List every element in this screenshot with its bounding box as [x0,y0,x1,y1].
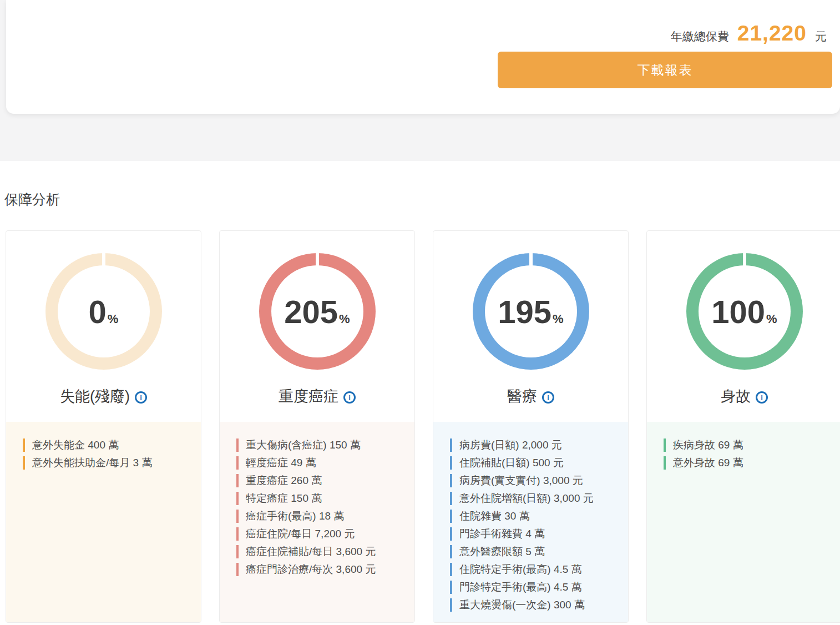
benefit-text: 意外醫療限額 5 萬 [459,545,545,559]
benefit-bullet-bar [450,527,452,541]
donut-hole: 0 % [58,265,150,357]
benefit-bullet-bar [450,474,452,487]
benefit-text: 病房費(實支實付) 3,000 元 [459,473,583,488]
benefit-text: 病房費(日額) 2,000 元 [459,438,562,452]
donut-percent: 205 % [284,293,350,330]
benefit-bullet-bar [450,563,452,576]
card-title: 重度癌症 [279,386,338,406]
benefit-text: 住院補貼(日額) 500 元 [459,456,564,470]
info-icon[interactable]: i [542,391,554,404]
benefit-bullet-bar [23,456,25,470]
benefit-item: 住院雜費 30 萬 [450,510,623,523]
benefit-item: 意外身故 69 萬 [664,456,836,470]
benefit-item: 住院特定手術(最高) 4.5 萬 [450,563,623,576]
coverage-cards-row: 0 % 失能(殘廢) i 意外失能金 400 萬意外失能扶助金/每月 3 萬 2… [6,230,840,623]
donut-area: 205 % 重度癌症 i [220,231,414,422]
card-title: 身故 [721,386,751,406]
benefit-item: 門診特定手術(最高) 4.5 萬 [450,581,623,594]
benefit-item: 意外失能金 400 萬 [23,438,195,452]
benefit-text: 癌症手術(最高) 18 萬 [246,509,344,523]
benefit-text: 意外失能扶助金/每月 3 萬 [32,456,152,470]
donut-percent-value: 100 [711,293,765,330]
benefit-bullet-bar [236,474,239,487]
benefit-item: 病房費(日額) 2,000 元 [450,438,623,452]
benefit-item: 重大燒燙傷(一次金) 300 萬 [450,598,623,612]
donut-percent: 100 % [711,293,777,330]
donut-percent-sign: % [766,312,777,326]
benefit-text: 重大燒燙傷(一次金) 300 萬 [459,598,585,612]
benefit-bullet-bar [664,456,666,470]
benefit-item: 意外住院增額(日額) 3,000 元 [450,492,623,505]
benefit-item: 輕度癌症 49 萬 [236,456,409,470]
card-benefit-list: 病房費(日額) 2,000 元住院補貼(日額) 500 元病房費(實支實付) 3… [433,422,628,622]
benefit-bullet-bar [236,510,239,523]
card-benefit-list: 疾病身故 69 萬意外身故 69 萬 [647,422,840,622]
benefit-bullet-bar [450,438,452,452]
card-benefit-list: 意外失能金 400 萬意外失能扶助金/每月 3 萬 [6,422,201,622]
benefit-item: 意外醫療限額 5 萬 [450,545,623,558]
download-report-button[interactable]: 下載報表 [498,52,832,88]
benefit-bullet-bar [450,545,452,558]
benefit-item: 門診手術雜費 4 萬 [450,527,623,541]
benefit-bullet-bar [236,456,239,470]
benefit-bullet-bar [450,492,452,505]
benefit-bullet-bar [236,527,239,541]
coverage-card: 205 % 重度癌症 i 重大傷病(含癌症) 150 萬輕度癌症 49 萬重度癌… [219,230,415,623]
card-title: 醫療 [507,386,537,406]
info-icon[interactable]: i [135,391,147,404]
donut-percent: 195 % [498,293,563,330]
coverage-donut-chart: 205 % [259,253,376,370]
card-title: 失能(殘廢) [60,386,130,406]
card-title-row: 身故 i [721,386,768,406]
annual-premium-value: 21,220 [737,21,807,46]
benefit-item: 疾病身故 69 萬 [664,438,836,452]
benefit-bullet-bar [450,456,452,470]
donut-hole: 195 % [485,265,577,357]
coverage-donut-chart: 100 % [686,253,803,370]
benefit-text: 意外失能金 400 萬 [32,438,119,452]
donut-percent-sign: % [108,312,119,326]
benefit-bullet-bar [236,545,239,558]
donut-percent-sign: % [339,312,350,326]
donut-area: 0 % 失能(殘廢) i [6,231,201,422]
donut-percent-sign: % [553,312,564,326]
benefit-text: 住院特定手術(最高) 4.5 萬 [459,562,582,577]
benefit-text: 癌症門診治療/每次 3,600 元 [246,562,376,577]
benefit-item: 意外失能扶助金/每月 3 萬 [23,456,195,470]
benefit-bullet-bar [236,563,239,576]
premium-summary-card: 年繳總保費 21,220 元 下載報表 [6,0,840,114]
benefit-text: 輕度癌症 49 萬 [246,456,316,470]
benefit-item: 癌症門診治療/每次 3,600 元 [236,563,409,576]
benefit-bullet-bar [664,438,666,452]
benefit-text: 門診特定手術(最高) 4.5 萬 [459,580,582,594]
benefit-text: 癌症住院/每日 7,200 元 [246,527,355,541]
card-benefit-list: 重大傷病(含癌症) 150 萬輕度癌症 49 萬重度癌症 260 萬特定癌症 1… [220,422,414,622]
donut-percent: 0 % [89,293,119,330]
benefit-item: 癌症手術(最高) 18 萬 [236,510,409,523]
annual-premium-unit: 元 [815,29,827,44]
benefit-item: 癌症住院補貼/每日 3,600 元 [236,545,409,558]
annual-premium-label: 年繳總保費 [671,29,729,44]
donut-hole: 205 % [271,265,363,357]
section-title: 保障分析 [4,190,840,209]
coverage-donut-chart: 0 % [45,253,162,370]
benefit-text: 特定癌症 150 萬 [246,491,322,506]
donut-percent-value: 0 [89,293,107,330]
benefit-item: 住院補貼(日額) 500 元 [450,456,623,470]
benefit-text: 門診手術雜費 4 萬 [459,527,545,541]
benefit-bullet-bar [236,438,239,452]
donut-percent-value: 205 [284,293,338,330]
card-title-row: 醫療 i [507,386,554,406]
benefit-text: 意外身故 69 萬 [673,456,743,470]
benefit-text: 癌症住院補貼/每日 3,600 元 [246,545,376,559]
info-icon[interactable]: i [343,391,356,404]
benefit-item: 特定癌症 150 萬 [236,492,409,505]
coverage-card: 0 % 失能(殘廢) i 意外失能金 400 萬意外失能扶助金/每月 3 萬 [6,230,201,623]
info-icon[interactable]: i [756,391,768,404]
annual-premium: 年繳總保費 21,220 元 [671,21,827,46]
card-title-row: 失能(殘廢) i [60,386,147,406]
benefit-item: 重大傷病(含癌症) 150 萬 [236,438,409,452]
benefit-item: 重度癌症 260 萬 [236,474,409,487]
benefit-text: 意外住院增額(日額) 3,000 元 [459,491,594,506]
donut-percent-value: 195 [498,293,551,330]
